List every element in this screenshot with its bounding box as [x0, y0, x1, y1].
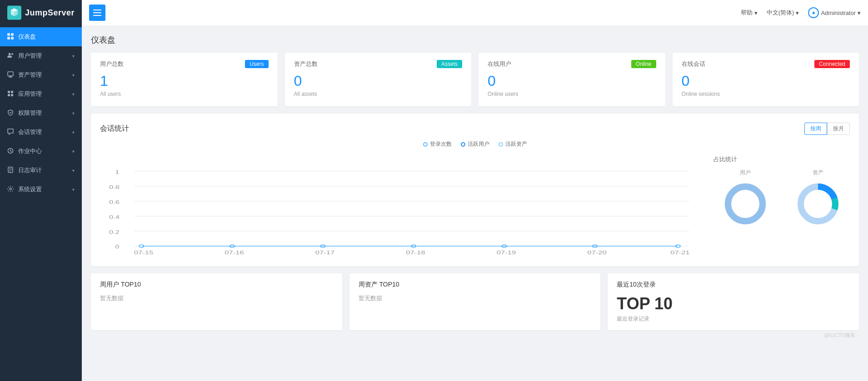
svg-text:0.4: 0.4 — [109, 215, 120, 220]
stat-badge: Connected — [814, 60, 850, 68]
svg-rect-2 — [11, 33, 14, 36]
charts-section: 会话统计 按周按月 登录次数 活跃用户 活跃资产 0 0.2 0.4 0.6 0… — [91, 114, 859, 266]
line-chart: 0 0.2 0.4 0.6 0.8 1 07-1 — [100, 155, 704, 255]
sidebar-item-sys-settings[interactable]: 系统设置 ▾ — [0, 180, 82, 199]
svg-text:07-19: 07-19 — [497, 250, 516, 255]
svg-rect-9 — [9, 77, 12, 78]
svg-text:07-18: 07-18 — [406, 250, 425, 255]
recent-logins-title: 最近10次登录 — [617, 281, 850, 289]
top10-value: TOP 10 — [617, 294, 850, 313]
asset-pie-item: 资产 — [786, 169, 850, 228]
svg-text:07-21: 07-21 — [670, 250, 689, 255]
sidebar-item-label: 系统设置 — [18, 185, 42, 193]
sidebar-item-job-center[interactable]: 作业中心 ▾ — [0, 142, 82, 161]
weekly-assets-card: 周资产 TOP10 暂无数据 — [349, 273, 601, 330]
stat-value: 1 — [100, 74, 269, 88]
svg-text:07-17: 07-17 — [315, 250, 334, 255]
stat-desc: All assets — [294, 91, 463, 97]
dashboard-icon — [7, 33, 15, 40]
stat-label: 资产总数 — [294, 60, 318, 68]
asset-pie-label: 资产 — [786, 169, 850, 177]
stat-desc: Online users — [488, 91, 656, 97]
sidebar-item-left: 应用管理 — [7, 90, 42, 98]
session-stats-title: 会话统计 — [100, 124, 129, 134]
chevron-icon: ▾ — [72, 54, 75, 59]
stat-value: 0 — [294, 74, 463, 88]
sidebar-item-left: 用户管理 — [7, 52, 42, 60]
svg-point-6 — [11, 53, 13, 55]
help-menu[interactable]: 帮助 ▾ — [741, 9, 758, 17]
hamburger-button[interactable] — [89, 5, 105, 21]
sidebar-item-label: 会话管理 — [18, 128, 42, 136]
sidebar-item-label: 权限管理 — [18, 109, 42, 117]
stat-card-users: 用户总数 Users 1 All users — [91, 53, 278, 106]
stat-card-online-sessions: 在线会话 Connected 0 Online sessions — [673, 53, 859, 106]
sidebar-item-dashboard[interactable]: 仪表盘 — [0, 27, 82, 46]
sidebar-item-left: 作业中心 — [7, 147, 42, 155]
top10-desc: 最近登录记录 — [617, 315, 850, 323]
sidebar-item-label: 作业中心 — [18, 147, 42, 155]
svg-text:07-20: 07-20 — [587, 250, 607, 255]
stat-label: 在线用户 — [488, 60, 511, 68]
sidebar-item-session-mgmt[interactable]: 会话管理 ▾ — [0, 123, 82, 142]
legend-item: 活跃资产 — [499, 140, 527, 148]
stat-badge: Users — [245, 60, 268, 68]
svg-rect-11 — [11, 91, 13, 93]
svg-rect-4 — [11, 37, 14, 40]
stat-label: 用户总数 — [100, 60, 124, 68]
user-avatar: ● — [808, 7, 819, 18]
sidebar-item-user-mgmt[interactable]: 用户管理 ▾ — [0, 46, 82, 65]
sidebar-item-left: 日志审计 — [7, 166, 42, 174]
weekly-assets-title: 周资产 TOP10 — [359, 281, 592, 289]
sidebar-item-app-mgmt[interactable]: 应用管理 ▾ — [0, 84, 82, 104]
svg-rect-12 — [8, 94, 10, 96]
stat-card-header: 资产总数 Assets — [294, 60, 463, 68]
stat-badge: Online — [631, 60, 656, 68]
lang-label: 中文(简体) — [767, 9, 794, 17]
user-pie-label: 用户 — [713, 169, 777, 177]
topbar: 帮助 ▾ 中文(简体) ▾ ● Administrator ▾ — [82, 0, 868, 25]
page-title: 仪表盘 — [91, 35, 859, 45]
legend-label: 活跃资产 — [505, 140, 527, 148]
sidebar-item-log-audit[interactable]: 日志审计 ▾ — [0, 161, 82, 180]
sidebar-item-label: 资产管理 — [18, 71, 42, 79]
user-pie-chart — [723, 181, 768, 227]
hamburger-icon — [93, 10, 101, 16]
legend-dot — [461, 142, 465, 147]
sidebar-item-left: 资产管理 — [7, 71, 42, 79]
weekly-users-card: 周用户 TOP10 暂无数据 — [91, 273, 342, 330]
pie-charts-row: 用户 资产 — [713, 169, 850, 228]
stat-desc: Online sessions — [682, 91, 850, 97]
help-label: 帮助 — [741, 9, 753, 17]
svg-text:0.6: 0.6 — [109, 200, 120, 205]
line-chart-container: 0 0.2 0.4 0.6 0.8 1 07-1 — [100, 155, 704, 257]
lang-chevron-icon: ▾ — [796, 10, 799, 16]
users-icon — [7, 52, 15, 59]
period-buttons: 按周按月 — [804, 123, 850, 135]
sidebar-item-left: 权限管理 — [7, 109, 42, 117]
bottom-row: 周用户 TOP10 暂无数据 周资产 TOP10 暂无数据 最近10次登录 TO… — [91, 273, 859, 330]
topbar-right: 帮助 ▾ 中文(简体) ▾ ● Administrator ▾ — [741, 7, 861, 18]
svg-text:07-15: 07-15 — [134, 250, 154, 255]
asset-pie-chart — [795, 181, 841, 227]
legend-label: 登录次数 — [430, 140, 452, 148]
svg-text:1: 1 — [115, 170, 119, 175]
apps-icon — [7, 90, 15, 98]
user-chevron-icon: ▾ — [858, 10, 861, 16]
period-btn-0[interactable]: 按周 — [804, 123, 827, 135]
lang-menu[interactable]: 中文(简体) ▾ — [767, 9, 799, 17]
assets-icon — [7, 71, 15, 79]
stat-value: 0 — [488, 74, 656, 88]
chart-legend: 登录次数 活跃用户 活跃资产 — [100, 140, 850, 148]
stat-badge: Assets — [437, 60, 462, 68]
recent-logins-card: 最近10次登录 TOP 10 最近登录记录 — [608, 273, 859, 330]
weekly-users-no-data: 暂无数据 — [100, 294, 333, 302]
svg-rect-10 — [8, 91, 10, 93]
user-menu[interactable]: ● Administrator ▾ — [808, 7, 861, 18]
logo-text: JumpServer — [25, 8, 75, 18]
period-btn-1[interactable]: 按月 — [827, 123, 850, 135]
sidebar-item-perm-mgmt[interactable]: 权限管理 ▾ — [0, 104, 82, 123]
sidebar-item-asset-mgmt[interactable]: 资产管理 ▾ — [0, 65, 82, 84]
chevron-icon: ▾ — [72, 187, 75, 192]
stat-card-assets: 资产总数 Assets 0 All assets — [285, 53, 472, 106]
